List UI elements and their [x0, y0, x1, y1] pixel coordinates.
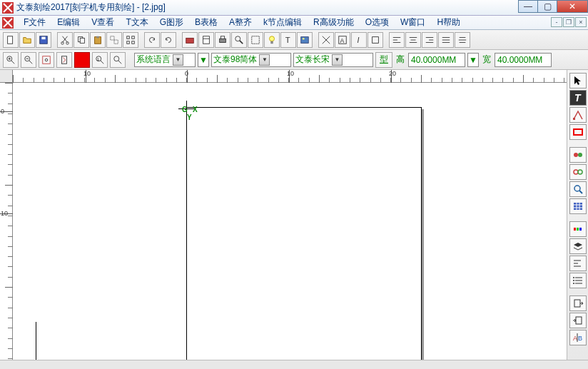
array-button[interactable] [123, 32, 138, 48]
close-button[interactable]: ✕ [557, 0, 588, 13]
svg-point-69 [578, 153, 582, 157]
height-drop-button[interactable]: ▼ [467, 53, 479, 67]
zoom-red-button[interactable] [74, 52, 90, 68]
pointer-tool[interactable] [569, 73, 587, 89]
zoom-prev-button[interactable] [110, 52, 126, 68]
page-setup-button[interactable] [198, 32, 214, 48]
mdi-minimize-button[interactable]: - [551, 17, 562, 27]
menu-text[interactable]: T文本 [120, 15, 153, 30]
zoom-tool-button[interactable] [231, 32, 247, 48]
minimize-button[interactable]: — [518, 0, 538, 13]
zoom-page-button[interactable] [56, 52, 72, 68]
menu-graphic[interactable]: G图形 [154, 15, 189, 30]
menu-align[interactable]: A整齐 [223, 15, 258, 30]
copy-button[interactable] [74, 32, 89, 48]
rect-tool[interactable] [569, 124, 587, 140]
menu-edit[interactable]: E编辑 [51, 15, 86, 30]
mdi-close-button[interactable]: × [575, 17, 587, 27]
new-button[interactable] [3, 32, 19, 48]
height-input[interactable]: 40.0000MM [408, 53, 465, 67]
table-tool[interactable] [569, 198, 587, 214]
svg-rect-2 [41, 36, 45, 39]
vertical-ruler[interactable]: 010 [0, 83, 13, 360]
eyedropper-tool[interactable] [569, 181, 587, 197]
font-combo-value: 文泰98简体 [213, 54, 257, 66]
toolbar-view: 1 系统语言▼ ▼ 文泰98简体▼ 文泰长宋▼ 型 高 40.0000MM ▼ … [0, 50, 588, 70]
node-tool[interactable] [569, 107, 587, 123]
ruler-corner[interactable] [0, 70, 13, 83]
cut-button[interactable] [57, 32, 73, 48]
title-text: 文泰刻绘2017[刻字机专用刻绘] - [2.jpg] [16, 1, 166, 14]
svg-rect-13 [127, 41, 130, 44]
svg-point-70 [574, 170, 578, 174]
svg-text:T: T [574, 92, 582, 103]
align-left-button[interactable] [389, 32, 405, 48]
svg-rect-74 [574, 203, 582, 210]
menu-help[interactable]: H帮助 [431, 15, 466, 30]
language-combo[interactable]: 系统语言▼ [134, 53, 196, 67]
canvas[interactable]: G X Y [13, 83, 567, 360]
svg-rect-10 [114, 40, 118, 44]
square-button[interactable] [368, 32, 383, 48]
horizontal-ruler[interactable]: 0101020 [13, 70, 567, 83]
text-button[interactable]: T [280, 32, 296, 48]
svg-point-57 [45, 59, 48, 61]
measure-button[interactable] [318, 32, 334, 48]
outline-tool[interactable] [569, 164, 587, 180]
align-dist-button[interactable] [455, 32, 470, 48]
italic-button[interactable]: I [351, 32, 367, 48]
menu-node[interactable]: k节点编辑 [258, 15, 308, 30]
paste-button[interactable] [90, 32, 106, 48]
menu-file[interactable]: F文件 [18, 15, 51, 30]
text-tool[interactable]: T [569, 90, 587, 106]
layer-tool[interactable] [569, 238, 587, 254]
svg-point-89 [573, 280, 574, 281]
align-right-button[interactable] [422, 32, 437, 48]
open-button[interactable] [19, 32, 35, 48]
svg-point-23 [270, 36, 275, 41]
language-apply-button[interactable]: ▼ [198, 53, 209, 67]
align-justify-button[interactable] [438, 32, 454, 48]
mdi-restore-button[interactable]: ❐ [563, 17, 574, 27]
style-combo[interactable]: 文泰长宋▼ [293, 53, 373, 67]
width-input[interactable]: 40.0000MM [495, 53, 552, 67]
align-tool[interactable] [569, 256, 587, 271]
zoom-out-button[interactable] [21, 52, 36, 68]
svg-rect-59 [79, 56, 86, 63]
font-a-button[interactable]: A [335, 32, 350, 48]
dropdown-icon: ▼ [332, 54, 343, 66]
menu-advanced[interactable]: R高级功能 [308, 15, 360, 30]
menu-table[interactable]: B表格 [189, 15, 223, 30]
select-rect-button[interactable] [248, 32, 263, 48]
cut-output-button[interactable] [182, 32, 198, 48]
redo-button[interactable] [161, 32, 176, 48]
fill-tool[interactable] [569, 147, 587, 163]
font-combo[interactable]: 文泰98简体▼ [211, 53, 291, 67]
zoom-actual-button[interactable]: 1 [92, 52, 108, 68]
svg-rect-67 [574, 129, 582, 135]
image-button[interactable] [297, 32, 313, 48]
type-button[interactable]: 型 [375, 52, 392, 68]
menu-bar: F文件 E编辑 V查看 T文本 G图形 B表格 A整齐 k节点编辑 R高级功能 … [0, 16, 588, 30]
menu-options[interactable]: O选项 [360, 15, 395, 30]
svg-line-50 [11, 60, 14, 63]
menu-window[interactable]: W窗口 [395, 15, 431, 30]
ab-tool[interactable]: AB [569, 330, 587, 345]
print-button[interactable] [215, 32, 230, 48]
maximize-button[interactable]: ▢ [537, 0, 557, 13]
zoom-in-button[interactable] [3, 52, 19, 68]
light-button[interactable] [264, 32, 280, 48]
list-tool[interactable] [569, 273, 587, 288]
svg-rect-18 [220, 39, 226, 42]
import-tool[interactable] [569, 313, 587, 328]
color-tool[interactable] [569, 221, 587, 237]
svg-text:T: T [285, 36, 290, 44]
zoom-fit-button[interactable] [39, 52, 54, 68]
export-tool[interactable] [569, 295, 587, 311]
undo-button[interactable] [144, 32, 160, 48]
menu-view[interactable]: V查看 [86, 15, 120, 30]
save-button[interactable] [36, 32, 51, 48]
align-center-button[interactable] [405, 32, 421, 48]
mdi-controls: - ❐ × [551, 17, 587, 27]
duplicate-button[interactable] [106, 32, 122, 48]
